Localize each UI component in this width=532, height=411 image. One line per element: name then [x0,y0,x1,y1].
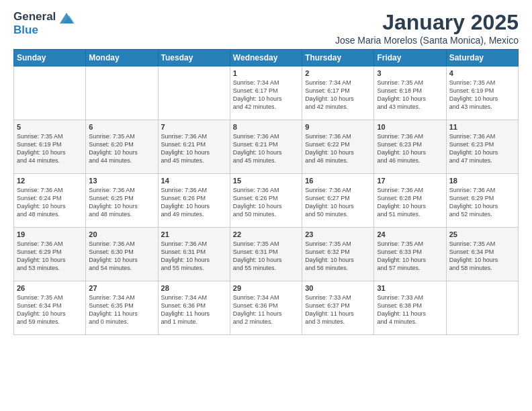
logo-text: General [13,10,56,24]
day-number: 21 [161,230,227,238]
day-number: 23 [305,230,371,238]
table-row: 17Sunrise: 7:36 AM Sunset: 6:28 PM Dayli… [374,174,446,228]
day-info: Sunrise: 7:35 AM Sunset: 6:19 PM Dayligh… [17,132,83,165]
day-info: Sunrise: 7:36 AM Sunset: 6:29 PM Dayligh… [17,240,83,273]
table-row [158,66,230,120]
day-info: Sunrise: 7:36 AM Sunset: 6:30 PM Dayligh… [89,240,154,273]
title-block: January 2025 Jose Maria Morelos (Santa M… [335,10,519,46]
table-row: 28Sunrise: 7:34 AM Sunset: 6:36 PM Dayli… [158,281,230,335]
day-number: 5 [17,123,83,131]
table-row: 9Sunrise: 7:36 AM Sunset: 6:22 PM Daylig… [302,120,374,174]
col-saturday: Saturday [446,50,518,66]
day-number: 11 [449,123,515,131]
day-number: 26 [17,284,83,292]
table-row: 26Sunrise: 7:35 AM Sunset: 6:34 PM Dayli… [14,281,86,335]
day-number: 3 [377,69,443,77]
table-row: 31Sunrise: 7:33 AM Sunset: 6:38 PM Dayli… [374,281,446,335]
day-number: 4 [449,69,515,77]
table-row: 6Sunrise: 7:35 AM Sunset: 6:20 PM Daylig… [86,120,158,174]
table-row: 10Sunrise: 7:36 AM Sunset: 6:23 PM Dayli… [374,120,446,174]
day-info: Sunrise: 7:35 AM Sunset: 6:34 PM Dayligh… [449,240,515,273]
col-tuesday: Tuesday [158,50,230,66]
day-info: Sunrise: 7:36 AM Sunset: 6:29 PM Dayligh… [449,186,515,219]
table-row: 4Sunrise: 7:35 AM Sunset: 6:19 PM Daylig… [446,66,518,120]
calendar-week-row: 26Sunrise: 7:35 AM Sunset: 6:34 PM Dayli… [14,281,519,335]
table-row: 8Sunrise: 7:36 AM Sunset: 6:21 PM Daylig… [230,120,302,174]
day-info: Sunrise: 7:35 AM Sunset: 6:34 PM Dayligh… [17,293,83,326]
day-number: 16 [305,177,371,185]
day-info: Sunrise: 7:36 AM Sunset: 6:25 PM Dayligh… [89,186,154,219]
table-row: 7Sunrise: 7:36 AM Sunset: 6:21 PM Daylig… [158,120,230,174]
day-number: 28 [161,284,227,292]
day-info: Sunrise: 7:34 AM Sunset: 6:35 PM Dayligh… [89,293,154,326]
day-number: 29 [233,284,299,292]
table-row: 1Sunrise: 7:34 AM Sunset: 6:17 PM Daylig… [230,66,302,120]
day-number: 1 [233,69,299,77]
page-title: January 2025 [335,10,519,35]
col-friday: Friday [374,50,446,66]
day-info: Sunrise: 7:36 AM Sunset: 6:24 PM Dayligh… [17,186,83,219]
calendar-week-row: 1Sunrise: 7:34 AM Sunset: 6:17 PM Daylig… [14,66,519,120]
calendar-week-row: 5Sunrise: 7:35 AM Sunset: 6:19 PM Daylig… [14,120,519,174]
table-row: 27Sunrise: 7:34 AM Sunset: 6:35 PM Dayli… [86,281,158,335]
table-row: 14Sunrise: 7:36 AM Sunset: 6:26 PM Dayli… [158,174,230,228]
logo: General Blue [13,10,76,36]
day-number: 14 [161,177,227,185]
table-row: 20Sunrise: 7:36 AM Sunset: 6:30 PM Dayli… [86,228,158,281]
table-row [86,66,158,120]
table-row: 3Sunrise: 7:35 AM Sunset: 6:18 PM Daylig… [374,66,446,120]
day-number: 6 [89,123,154,131]
table-row: 30Sunrise: 7:33 AM Sunset: 6:37 PM Dayli… [302,281,374,335]
day-info: Sunrise: 7:35 AM Sunset: 6:20 PM Dayligh… [89,132,154,165]
day-number: 12 [17,177,83,185]
day-info: Sunrise: 7:36 AM Sunset: 6:23 PM Dayligh… [377,132,443,165]
day-number: 15 [233,177,299,185]
table-row: 24Sunrise: 7:35 AM Sunset: 6:33 PM Dayli… [374,228,446,281]
day-number: 20 [89,230,154,238]
day-number: 19 [17,230,83,238]
page-header: General Blue January 2025 Jose Maria Mor… [0,0,532,49]
page-subtitle: Jose Maria Morelos (Santa Monica), Mexic… [335,35,519,46]
table-row: 5Sunrise: 7:35 AM Sunset: 6:19 PM Daylig… [14,120,86,174]
table-row: 15Sunrise: 7:36 AM Sunset: 6:26 PM Dayli… [230,174,302,228]
table-row [14,66,86,120]
table-row: 22Sunrise: 7:35 AM Sunset: 6:31 PM Dayli… [230,228,302,281]
day-number: 2 [305,69,371,77]
day-number: 31 [377,284,443,292]
table-row: 19Sunrise: 7:36 AM Sunset: 6:29 PM Dayli… [14,228,86,281]
day-number: 22 [233,230,299,238]
day-info: Sunrise: 7:36 AM Sunset: 6:22 PM Dayligh… [305,132,371,165]
day-info: Sunrise: 7:34 AM Sunset: 6:17 PM Dayligh… [305,79,371,111]
table-row: 16Sunrise: 7:36 AM Sunset: 6:27 PM Dayli… [302,174,374,228]
table-row: 11Sunrise: 7:36 AM Sunset: 6:23 PM Dayli… [446,120,518,174]
day-info: Sunrise: 7:35 AM Sunset: 6:18 PM Dayligh… [377,79,443,111]
day-info: Sunrise: 7:36 AM Sunset: 6:26 PM Dayligh… [161,186,227,219]
day-number: 17 [377,177,443,185]
day-info: Sunrise: 7:36 AM Sunset: 6:31 PM Dayligh… [161,240,227,273]
day-info: Sunrise: 7:36 AM Sunset: 6:28 PM Dayligh… [377,186,443,219]
day-number: 30 [305,284,371,292]
day-info: Sunrise: 7:34 AM Sunset: 6:36 PM Dayligh… [233,293,299,326]
col-sunday: Sunday [14,50,86,66]
day-info: Sunrise: 7:36 AM Sunset: 6:21 PM Dayligh… [233,132,299,165]
table-row: 25Sunrise: 7:35 AM Sunset: 6:34 PM Dayli… [446,228,518,281]
table-row: 13Sunrise: 7:36 AM Sunset: 6:25 PM Dayli… [86,174,158,228]
calendar-week-row: 12Sunrise: 7:36 AM Sunset: 6:24 PM Dayli… [14,174,519,228]
day-number: 8 [233,123,299,131]
day-info: Sunrise: 7:36 AM Sunset: 6:23 PM Dayligh… [449,132,515,165]
table-row: 21Sunrise: 7:36 AM Sunset: 6:31 PM Dayli… [158,228,230,281]
day-info: Sunrise: 7:35 AM Sunset: 6:33 PM Dayligh… [377,240,443,273]
day-info: Sunrise: 7:36 AM Sunset: 6:26 PM Dayligh… [233,186,299,219]
day-number: 24 [377,230,443,238]
day-info: Sunrise: 7:34 AM Sunset: 6:17 PM Dayligh… [233,79,299,111]
day-info: Sunrise: 7:35 AM Sunset: 6:19 PM Dayligh… [449,79,515,111]
day-number: 10 [377,123,443,131]
table-row [446,281,518,335]
table-row: 23Sunrise: 7:35 AM Sunset: 6:32 PM Dayli… [302,228,374,281]
day-info: Sunrise: 7:34 AM Sunset: 6:36 PM Dayligh… [161,293,227,326]
table-row: 29Sunrise: 7:34 AM Sunset: 6:36 PM Dayli… [230,281,302,335]
col-thursday: Thursday [302,50,374,66]
day-number: 7 [161,123,227,131]
calendar-week-row: 19Sunrise: 7:36 AM Sunset: 6:29 PM Dayli… [14,228,519,281]
table-row: 12Sunrise: 7:36 AM Sunset: 6:24 PM Dayli… [14,174,86,228]
